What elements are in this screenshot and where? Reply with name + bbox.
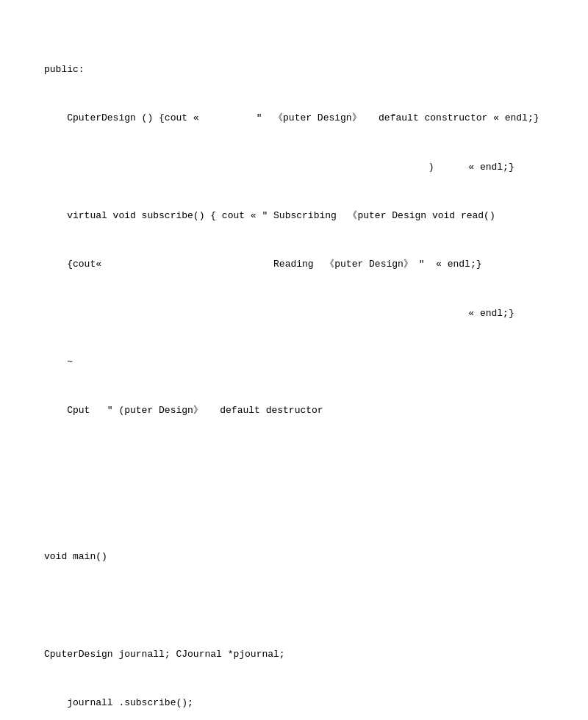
code-line-journal-decl: CputerDesign journall; CJournal *pjourna… [44,647,544,663]
code-line-endl2: « endl;} [44,306,544,322]
code-line-public: public: [44,62,544,78]
code-line-main: void main() [44,549,544,565]
code-line-blank2 [44,500,544,516]
code-line-constructor: CputerDesign () {cout « " 《puter Design》… [44,110,544,126]
code-line-blank3 [44,597,544,613]
code-line-reading: {cout« Reading 《puter Design》 ″ « endl;} [44,256,544,273]
code-line-endl1: ) « endl;} [44,159,544,176]
code-line-tilde: ~ [44,354,544,370]
code-line-subscribe-call: journall .subscribe(); [44,695,544,711]
code-block: public: CputerDesign () {cout « " 《puter… [44,29,544,720]
code-line-subscribe: virtual void subscribe() { cout « " Subs… [44,208,544,224]
code-line-destructor: Cput " (puter Design》 default destructor [44,403,544,419]
code-line-blank1 [44,451,544,467]
